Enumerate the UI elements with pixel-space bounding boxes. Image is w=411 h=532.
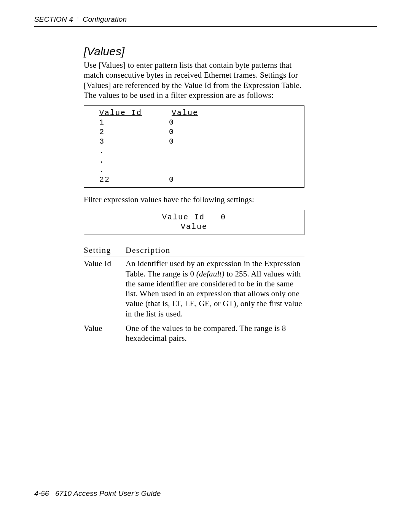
settings-preview-line2: Value (88, 222, 300, 232)
value-id-cell: 3 (88, 137, 149, 146)
value-val-cell: 0 (149, 127, 194, 137)
content: [Values] Use [Values] to enter pattern l… (84, 41, 304, 346)
value-id-row: 2 0 (88, 127, 300, 137)
value-id-box-header-val-text: Value (172, 109, 198, 117)
settings-preview-label: Value Id (162, 212, 205, 222)
settings-table-row: Value Id An identifier used by an expres… (84, 257, 304, 322)
settings-table-header-description: Description (126, 246, 304, 257)
ellipsis-row: . (88, 146, 300, 156)
page-footer: 4-56 6710 Access Point User's Guide (34, 489, 161, 498)
value-id-cell: 1 (88, 118, 149, 127)
value-id-cell: 22 (88, 175, 149, 184)
settings-table-row: Value One of the values to be compared. … (84, 322, 304, 347)
settings-preview-value: 0 (221, 212, 226, 222)
header-text: SECTION 4 " Configuration (34, 15, 377, 24)
settings-table-header-row: Setting Description (84, 246, 304, 257)
ellipsis-row: . (88, 156, 300, 165)
value-id-box-header-spacer (149, 108, 172, 118)
page-header: SECTION 4 " Configuration (34, 15, 377, 27)
footer-book-title: 6710 Access Point User's Guide (55, 489, 161, 497)
header-glyph-icon: " (77, 17, 78, 22)
settings-table-setting-cell: Value (84, 322, 126, 347)
page: SECTION 4 " Configuration [Values] Use [… (0, 0, 411, 532)
value-id-box-header-id: Value Id (88, 108, 149, 118)
settings-desc-italic: (default) (196, 269, 225, 278)
para-settings-intro: Filter expression values have the follow… (84, 195, 304, 204)
settings-table-header-setting: Setting (84, 246, 126, 257)
value-id-row: 1 0 (88, 118, 300, 127)
value-val-cell: 0 (149, 137, 194, 146)
value-id-row: 22 0 (88, 175, 300, 184)
settings-table: Setting Description Value Id An identifi… (84, 246, 304, 346)
value-id-cell: 2 (88, 127, 149, 137)
settings-table-desc-cell: One of the values to be compared. The ra… (126, 322, 304, 347)
settings-desc-before: One of the values to be compared. The ra… (126, 324, 286, 343)
value-val-cell: 0 (149, 118, 194, 127)
ellipsis-row: . (88, 165, 300, 175)
value-id-box-header-val: Value (172, 108, 198, 118)
value-id-box-header-id-text: Value Id (99, 109, 142, 117)
header-rule (34, 26, 377, 27)
settings-preview-box: Value Id 0 Value (84, 210, 304, 235)
value-id-box-header-row: Value Id Value (88, 108, 300, 118)
header-section-label: SECTION 4 (34, 15, 73, 23)
section-title: [Values] (84, 45, 304, 58)
value-id-row: 3 0 (88, 137, 300, 146)
settings-preview-line1: Value Id 0 (88, 212, 300, 222)
settings-table-desc-cell: An identifier used by an expression in t… (126, 257, 304, 322)
settings-table-setting-cell: Value Id (84, 257, 126, 322)
intro-paragraph: Use [Values] to enter pattern lists that… (84, 60, 304, 100)
value-id-box: Value Id Value 1 0 2 0 3 0 . . . 22 0 (84, 105, 304, 188)
value-val-cell: 0 (149, 175, 194, 184)
header-subject: Configuration (83, 15, 127, 23)
footer-page-number: 4-56 (34, 489, 49, 497)
